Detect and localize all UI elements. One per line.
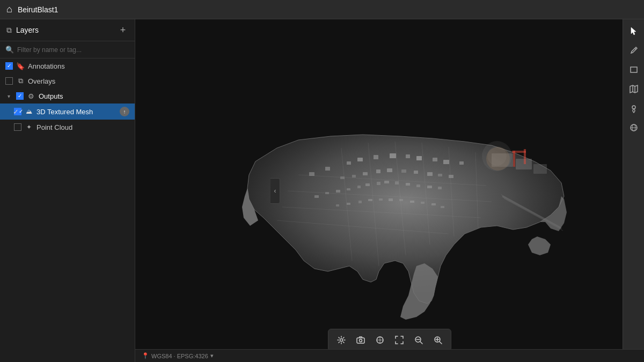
layer-item-overlays[interactable]: ⧉ Overlays: [0, 73, 135, 88]
svg-rect-57: [410, 201, 414, 203]
camera-button[interactable]: [352, 331, 369, 349]
eye-button[interactable]: [371, 331, 389, 349]
mesh-icon: ⛰: [25, 107, 33, 116]
svg-rect-51: [347, 203, 350, 205]
svg-rect-28: [427, 172, 433, 176]
location-tool-button[interactable]: [625, 100, 642, 117]
mesh-label: 3D Textured Mesh: [36, 108, 116, 116]
layer-item-annotations[interactable]: 🔖 Annotations: [0, 58, 135, 73]
app-title: BeirutBlast1: [18, 5, 58, 14]
svg-rect-18: [443, 160, 449, 164]
svg-rect-34: [533, 164, 547, 174]
svg-point-83: [360, 339, 362, 342]
cursor-tool-button[interactable]: [625, 23, 642, 40]
map-tool-button[interactable]: [625, 80, 642, 98]
svg-rect-13: [374, 155, 378, 159]
outputs-icon: ⚙: [27, 92, 35, 100]
svg-point-85: [379, 339, 381, 341]
search-input[interactable]: [17, 46, 129, 54]
svg-point-68: [486, 147, 510, 171]
layers-title: Layers: [16, 26, 39, 34]
overlays-checkbox[interactable]: [5, 77, 13, 85]
status-bar: 📍 WGS84 · EPSG:4326 ▾: [135, 349, 644, 362]
svg-rect-29: [438, 174, 442, 176]
point-cloud-icon: ✦: [25, 123, 33, 131]
mesh-checkbox[interactable]: ✓: [14, 108, 21, 115]
layer-item-outputs[interactable]: ▾ ⚙ Outputs: [0, 88, 135, 104]
svg-rect-23: [363, 172, 368, 175]
svg-rect-39: [377, 182, 380, 185]
right-toolbar: [623, 19, 644, 362]
svg-rect-24: [376, 169, 380, 173]
svg-rect-44: [427, 186, 432, 188]
outputs-checkbox[interactable]: [16, 92, 24, 100]
add-layer-button[interactable]: +: [118, 25, 128, 35]
fullscreen-button[interactable]: [391, 331, 408, 349]
zoom-out-button[interactable]: [410, 331, 427, 349]
sidebar: ⧉ Layers + 🔍 🔖 Annotations ⧉ Overlays: [0, 19, 135, 362]
svg-rect-17: [433, 158, 437, 161]
home-icon[interactable]: ⌂: [6, 4, 12, 15]
svg-point-81: [340, 339, 343, 342]
city-landmass: [242, 135, 567, 320]
city-model-container: [167, 84, 601, 319]
svg-rect-49: [314, 195, 319, 198]
viewport[interactable]: ‹: [135, 19, 644, 362]
svg-rect-22: [352, 175, 356, 178]
svg-rect-73: [631, 67, 637, 72]
svg-rect-46: [347, 188, 350, 190]
svg-line-94: [440, 342, 442, 344]
crs-label: WGS84 · EPSG:4326: [151, 353, 208, 359]
pen-tool-button[interactable]: [625, 42, 642, 59]
svg-line-72: [635, 48, 636, 49]
search-container: 🔍: [0, 41, 135, 58]
svg-line-91: [420, 342, 422, 344]
collapse-chevron-icon: ‹: [274, 187, 276, 195]
svg-rect-31: [340, 176, 345, 179]
svg-marker-74: [630, 85, 638, 93]
svg-rect-55: [389, 198, 393, 201]
point-cloud-label: Point Cloud: [36, 123, 129, 131]
sidebar-collapse-toggle[interactable]: ‹: [270, 178, 280, 204]
search-icon: 🔍: [5, 46, 14, 54]
svg-rect-52: [358, 201, 362, 203]
svg-rect-60: [441, 206, 444, 208]
svg-rect-58: [421, 202, 425, 204]
bottom-toolbar: [328, 329, 451, 351]
svg-rect-19: [459, 161, 464, 165]
point-cloud-checkbox[interactable]: [14, 123, 21, 131]
svg-rect-21: [309, 172, 314, 176]
svg-rect-16: [416, 156, 422, 160]
svg-rect-54: [379, 198, 383, 201]
outputs-chevron: ▾: [5, 93, 12, 99]
svg-rect-14: [390, 153, 396, 158]
svg-rect-26: [401, 169, 406, 173]
svg-rect-30: [449, 175, 453, 178]
annotations-checkbox[interactable]: [5, 62, 13, 70]
annotations-label: Annotations: [28, 62, 129, 70]
mesh-upload-icon[interactable]: ↑: [120, 107, 129, 116]
svg-rect-56: [399, 199, 403, 201]
city-model-svg: [191, 78, 577, 325]
overlays-label: Overlays: [28, 77, 129, 85]
rectangle-tool-button[interactable]: [625, 61, 642, 78]
annotations-icon: 🔖: [16, 62, 25, 70]
svg-rect-37: [357, 186, 361, 188]
layer-item-point-cloud[interactable]: ✦ Point Cloud: [0, 120, 135, 135]
svg-rect-20: [325, 167, 330, 171]
svg-rect-45: [438, 187, 442, 189]
layers-stack-icon: ⧉: [6, 26, 12, 35]
layers-header-left: ⧉ Layers: [6, 26, 39, 35]
title-bar: ⌂ BeirutBlast1: [0, 0, 644, 19]
settings-button[interactable]: [333, 331, 350, 349]
svg-rect-43: [416, 184, 420, 187]
svg-rect-40: [384, 181, 389, 183]
zoom-in-button[interactable]: [429, 331, 447, 349]
main-layout: ⧉ Layers + 🔍 🔖 Annotations ⧉ Overlays: [0, 19, 644, 362]
globe-tool-button[interactable]: [625, 119, 642, 136]
crs-dropdown-icon[interactable]: ▾: [210, 352, 214, 359]
layer-item-3d-textured-mesh[interactable]: ✓ ⛰ 3D Textured Mesh ↑: [0, 104, 135, 120]
overlays-icon: ⧉: [16, 77, 25, 85]
svg-rect-59: [431, 203, 436, 205]
svg-rect-48: [325, 192, 329, 194]
